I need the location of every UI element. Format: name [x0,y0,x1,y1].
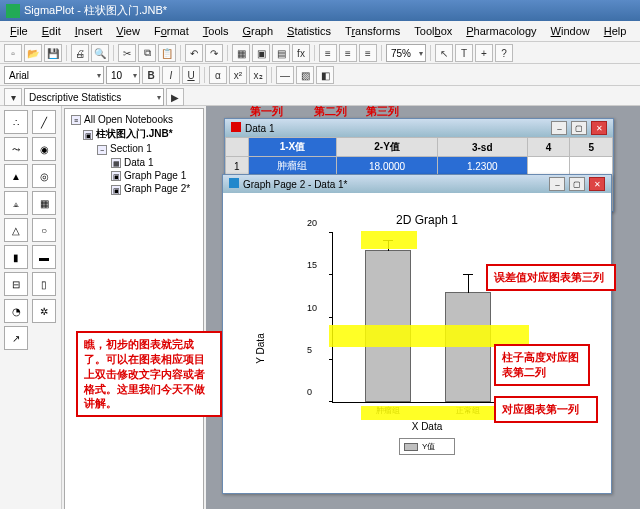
data-window-titlebar[interactable]: Data 1 – ▢ ✕ [225,119,613,137]
line-style-icon[interactable]: — [276,66,294,84]
undo-icon[interactable]: ↶ [185,44,203,62]
subscript-icon[interactable]: x₂ [249,66,267,84]
preview-icon[interactable]: 🔍 [91,44,109,62]
zoom-in-icon[interactable]: + [475,44,493,62]
align-right-icon[interactable]: ≡ [359,44,377,62]
y-axis-label[interactable]: Y Data [255,333,266,363]
zoom-combo[interactable]: 75% [386,44,426,62]
open-icon[interactable]: 📂 [24,44,42,62]
radar-icon[interactable]: ✲ [32,299,56,323]
cut-icon[interactable]: ✂ [118,44,136,62]
equation-icon[interactable]: fx [292,44,310,62]
scatter-icon[interactable]: ∴ [4,110,28,134]
dropdown-arrow-icon[interactable]: ▾ [4,88,22,106]
pie-icon[interactable]: ◔ [4,299,28,323]
menu-statistics[interactable]: Statistics [281,23,337,39]
col-header-5[interactable]: 5 [570,138,613,157]
bar-2[interactable] [445,292,491,402]
tree-graph1[interactable]: ▣Graph Page 1 [69,169,199,182]
close-icon[interactable]: ✕ [589,177,605,191]
superscript-icon[interactable]: x² [229,66,247,84]
table-row: 1 肿瘤组 18.0000 1.2300 [226,157,613,176]
close-icon[interactable]: ✕ [591,121,607,135]
paste-icon[interactable]: 📋 [158,44,176,62]
annot-bar: 柱子高度对应图表第二列 [494,344,590,386]
align-left-icon[interactable]: ≡ [319,44,337,62]
menu-file[interactable]: File [4,23,34,39]
legend-swatch [404,443,418,451]
line-plot-icon[interactable]: ╱ [32,110,56,134]
tree-root[interactable]: ≡All Open Notebooks [69,113,199,126]
notebook-icon: ▣ [83,130,93,140]
3d-mesh-icon[interactable]: ▦ [32,191,56,215]
toolbar-standard: ▫ 📂 💾 🖨 🔍 ✂ ⧉ 📋 ↶ ↷ ▦ ▣ ▤ fx ≡ ≡ ≡ 75% ↖… [0,42,640,64]
fill-color-icon[interactable]: ▧ [296,66,314,84]
run-stats-icon[interactable]: ▶ [166,88,184,106]
maximize-icon[interactable]: ▢ [571,121,587,135]
ternary-icon[interactable]: △ [4,218,28,242]
menu-graph[interactable]: Graph [236,23,279,39]
chart-legend[interactable]: Y值 [399,438,455,455]
graph-page[interactable]: 2D Graph 1 Y Data 0 5 10 15 20 [223,193,611,493]
area-icon[interactable]: ▲ [4,164,28,188]
legend-label: Y值 [422,441,435,452]
graph-icon: ▣ [111,171,121,181]
contour-icon[interactable]: ◎ [32,164,56,188]
report-icon[interactable]: ▤ [272,44,290,62]
text-icon[interactable]: T [455,44,473,62]
chart-title[interactable]: 2D Graph 1 [273,213,581,227]
graph-window-titlebar[interactable]: Graph Page 2 - Data 1* – ▢ ✕ [223,175,611,193]
stacked-bar-icon[interactable]: ▯ [32,272,56,296]
3d-scatter-icon[interactable]: ⟁ [4,191,28,215]
graph-window[interactable]: Graph Page 2 - Data 1* – ▢ ✕ 2D Graph 1 … [222,174,612,494]
col-header-4[interactable]: 4 [527,138,570,157]
stats-combo[interactable]: Descriptive Statistics [24,88,164,106]
bubble-icon[interactable]: ○ [32,218,56,242]
menu-toolbox[interactable]: Toolbox [408,23,458,39]
menu-edit[interactable]: Edit [36,23,67,39]
underline-icon[interactable]: U [182,66,200,84]
tree-notebook[interactable]: ▣柱状图入门.JNB* [69,126,199,142]
menu-window[interactable]: Window [545,23,596,39]
redo-icon[interactable]: ↷ [205,44,223,62]
fontsize-combo[interactable]: 10 [106,66,140,84]
italic-icon[interactable]: I [162,66,180,84]
color-icon[interactable]: ◧ [316,66,334,84]
menu-pharmacology[interactable]: Pharmacology [460,23,542,39]
col-header-1[interactable]: 1-X值 [248,138,337,157]
help-icon[interactable]: ? [495,44,513,62]
minus-icon[interactable]: − [97,145,107,155]
copy-icon[interactable]: ⧉ [138,44,156,62]
hbar-icon[interactable]: ▬ [32,245,56,269]
font-combo[interactable]: Arial [4,66,104,84]
bold-icon[interactable]: B [142,66,160,84]
vector-icon[interactable]: ↗ [4,326,28,350]
minimize-icon[interactable]: – [549,177,565,191]
menu-transforms[interactable]: Transforms [339,23,406,39]
maximize-icon[interactable]: ▢ [569,177,585,191]
col-header-2[interactable]: 2-Y值 [337,138,437,157]
menu-format[interactable]: Format [148,23,195,39]
pointer-icon[interactable]: ↖ [435,44,453,62]
symbol-icon[interactable]: α [209,66,227,84]
print-icon[interactable]: 🖨 [71,44,89,62]
tree-data1[interactable]: ▦Data 1 [69,156,199,169]
col-header-3[interactable]: 3-sd [437,138,527,157]
align-center-icon[interactable]: ≡ [339,44,357,62]
menu-insert[interactable]: Insert [69,23,109,39]
graph-page-icon[interactable]: ▣ [252,44,270,62]
worksheet-icon[interactable]: ▦ [232,44,250,62]
line-scatter-icon[interactable]: ⤳ [4,137,28,161]
new-icon[interactable]: ▫ [4,44,22,62]
tree-graph2[interactable]: ▣Graph Page 2* [69,182,199,195]
menu-help[interactable]: Help [598,23,633,39]
menu-view[interactable]: View [110,23,146,39]
box-plot-icon[interactable]: ⊟ [4,272,28,296]
polar-icon[interactable]: ◉ [32,137,56,161]
vbar-icon[interactable]: ▮ [4,245,28,269]
menu-tools[interactable]: Tools [197,23,235,39]
minimize-icon[interactable]: – [551,121,567,135]
tree-section[interactable]: −Section 1 [69,142,199,155]
save-icon[interactable]: 💾 [44,44,62,62]
notebook-tree[interactable]: ≡All Open Notebooks ▣柱状图入门.JNB* −Section… [64,108,204,509]
